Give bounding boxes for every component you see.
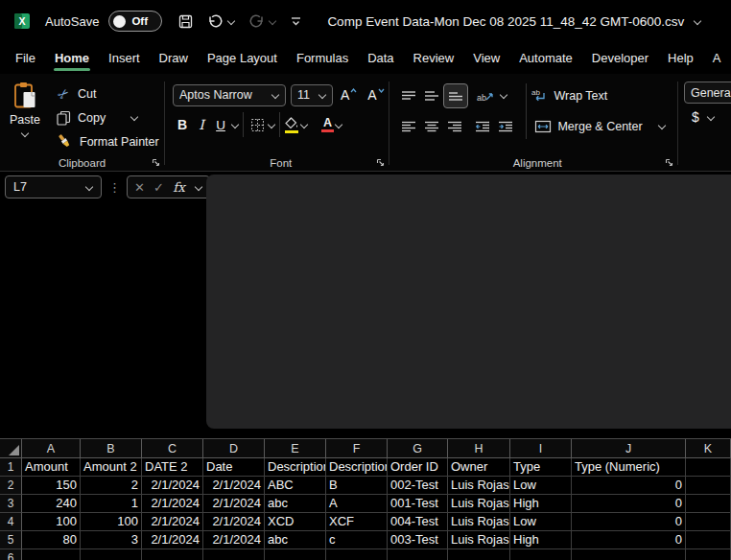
cell-J3[interactable]: 0 bbox=[572, 495, 686, 513]
cell-J1[interactable]: Type (Numeric) bbox=[572, 458, 686, 477]
font-color-dropdown-icon[interactable] bbox=[334, 121, 342, 128]
fx-dropdown-icon[interactable] bbox=[194, 183, 202, 191]
tab-home[interactable]: Home bbox=[45, 42, 99, 74]
row-header-2[interactable]: 2 bbox=[0, 477, 22, 495]
cell-I3[interactable]: High bbox=[510, 495, 572, 513]
cell-H2[interactable]: Luis Rojas bbox=[448, 477, 510, 495]
cell-C5[interactable]: 2/1/2024 bbox=[142, 531, 203, 549]
cell-D5[interactable]: 2/1/2024 bbox=[203, 531, 265, 549]
cell-G2[interactable]: 002-Test bbox=[388, 477, 448, 495]
cell-H3[interactable]: Luis Rojas bbox=[448, 495, 510, 513]
cell-K3[interactable] bbox=[686, 495, 731, 513]
increase-font-size-button[interactable]: A bbox=[338, 86, 360, 104]
cell-G4[interactable]: 004-Test bbox=[388, 513, 448, 531]
cell-B3[interactable]: 1 bbox=[81, 495, 142, 513]
font-size-combo[interactable]: 11 bbox=[291, 84, 333, 106]
alignment-dialog-launcher-icon[interactable] bbox=[665, 158, 673, 167]
column-header-J[interactable]: J bbox=[572, 439, 686, 457]
tab-a[interactable]: A bbox=[703, 42, 731, 74]
cancel-icon[interactable]: ✕ bbox=[134, 180, 145, 195]
cell-I5[interactable]: High bbox=[510, 531, 572, 549]
cell-F1[interactable]: Description bbox=[326, 458, 388, 477]
document-title-dropdown-icon[interactable] bbox=[693, 17, 701, 25]
cell-J4[interactable]: 0 bbox=[572, 513, 686, 531]
bold-button[interactable]: B bbox=[173, 113, 192, 136]
column-header-G[interactable]: G bbox=[388, 439, 448, 457]
cell-F5[interactable]: c bbox=[326, 531, 388, 549]
currency-format-icon[interactable]: $ bbox=[692, 109, 699, 125]
cell-D2[interactable]: 2/1/2024 bbox=[203, 477, 265, 495]
redo-dropdown-icon[interactable] bbox=[268, 17, 276, 25]
bottom-align-button[interactable] bbox=[443, 83, 468, 108]
cell-D1[interactable]: Date bbox=[203, 458, 265, 477]
cell-F6[interactable] bbox=[326, 549, 388, 560]
column-header-D[interactable]: D bbox=[203, 439, 265, 457]
cell-K1[interactable] bbox=[686, 458, 731, 477]
cell-I1[interactable]: Type bbox=[510, 458, 572, 477]
underline-button[interactable]: U bbox=[211, 113, 230, 136]
cell-E6[interactable] bbox=[265, 549, 326, 560]
enter-icon[interactable]: ✓ bbox=[153, 180, 164, 195]
tab-page-layout[interactable]: Page Layout bbox=[198, 42, 287, 74]
italic-button[interactable]: I bbox=[192, 113, 211, 136]
autosave-toggle[interactable]: Off bbox=[108, 11, 162, 32]
font-color-button[interactable]: A bbox=[321, 113, 334, 136]
cell-A1[interactable]: Amount bbox=[22, 458, 81, 477]
tab-view[interactable]: View bbox=[463, 42, 509, 74]
column-header-C[interactable]: C bbox=[142, 439, 203, 457]
cell-K2[interactable] bbox=[686, 477, 731, 495]
cell-I6[interactable] bbox=[510, 549, 572, 560]
cell-K6[interactable] bbox=[686, 549, 731, 560]
align-right-button[interactable] bbox=[443, 115, 466, 138]
formula-bar-grip-icon[interactable]: ⋮ bbox=[108, 180, 121, 195]
cell-H4[interactable]: Luis Rojas bbox=[448, 513, 510, 531]
cell-E2[interactable]: ABC bbox=[265, 477, 326, 495]
cut-button[interactable]: ✂ Cut bbox=[54, 82, 159, 105]
column-header-B[interactable]: B bbox=[81, 439, 142, 457]
tab-developer[interactable]: Developer bbox=[582, 42, 658, 74]
align-left-button[interactable] bbox=[397, 115, 420, 138]
tab-data[interactable]: Data bbox=[358, 42, 403, 74]
row-header-4[interactable]: 4 bbox=[0, 513, 22, 531]
column-header-I[interactable]: I bbox=[510, 439, 572, 457]
column-header-H[interactable]: H bbox=[448, 439, 510, 457]
cell-D3[interactable]: 2/1/2024 bbox=[203, 495, 265, 513]
cell-J5[interactable]: 0 bbox=[572, 531, 686, 549]
save-button[interactable] bbox=[177, 13, 194, 30]
row-header-3[interactable]: 3 bbox=[0, 495, 22, 513]
underline-dropdown-icon[interactable] bbox=[230, 121, 239, 128]
cell-G6[interactable] bbox=[388, 549, 448, 560]
cell-C1[interactable]: DATE 2 bbox=[142, 458, 203, 477]
row-header-6[interactable]: 6 bbox=[0, 549, 22, 560]
cell-F2[interactable]: B bbox=[326, 477, 388, 495]
cell-B5[interactable]: 3 bbox=[81, 531, 142, 549]
paste-button[interactable]: Paste bbox=[0, 82, 50, 154]
undo-dropdown-icon[interactable] bbox=[226, 17, 235, 25]
cell-D4[interactable]: 2/1/2024 bbox=[203, 513, 265, 531]
column-header-K[interactable]: K bbox=[686, 439, 731, 457]
name-box[interactable]: L7 bbox=[5, 175, 102, 198]
cell-F3[interactable]: A bbox=[326, 495, 388, 513]
cell-K4[interactable] bbox=[686, 513, 731, 531]
cell-G5[interactable]: 003-Test bbox=[388, 531, 448, 549]
paste-dropdown-icon[interactable] bbox=[21, 129, 30, 137]
currency-dropdown-icon[interactable] bbox=[707, 113, 716, 121]
cell-G3[interactable]: 001-Test bbox=[388, 495, 448, 513]
tab-formulas[interactable]: Formulas bbox=[287, 42, 358, 74]
insert-function-icon[interactable]: fx bbox=[173, 179, 185, 195]
cell-I4[interactable]: Low bbox=[510, 513, 572, 531]
borders-button[interactable] bbox=[248, 113, 267, 136]
align-center-button[interactable] bbox=[420, 115, 443, 138]
cell-J2[interactable]: 0 bbox=[572, 477, 686, 495]
cell-F4[interactable]: XCF bbox=[326, 513, 388, 531]
tab-automate[interactable]: Automate bbox=[509, 42, 582, 74]
cell-A5[interactable]: 80 bbox=[22, 531, 81, 549]
cell-A3[interactable]: 240 bbox=[22, 495, 81, 513]
cell-A6[interactable] bbox=[22, 549, 81, 560]
cell-I2[interactable]: Low bbox=[510, 477, 572, 495]
cell-A4[interactable]: 100 bbox=[22, 513, 81, 531]
fill-color-button[interactable] bbox=[284, 113, 299, 136]
copy-button[interactable]: Copy bbox=[54, 105, 159, 129]
cell-C2[interactable]: 2/1/2024 bbox=[142, 477, 203, 495]
fill-color-dropdown-icon[interactable] bbox=[299, 121, 308, 128]
